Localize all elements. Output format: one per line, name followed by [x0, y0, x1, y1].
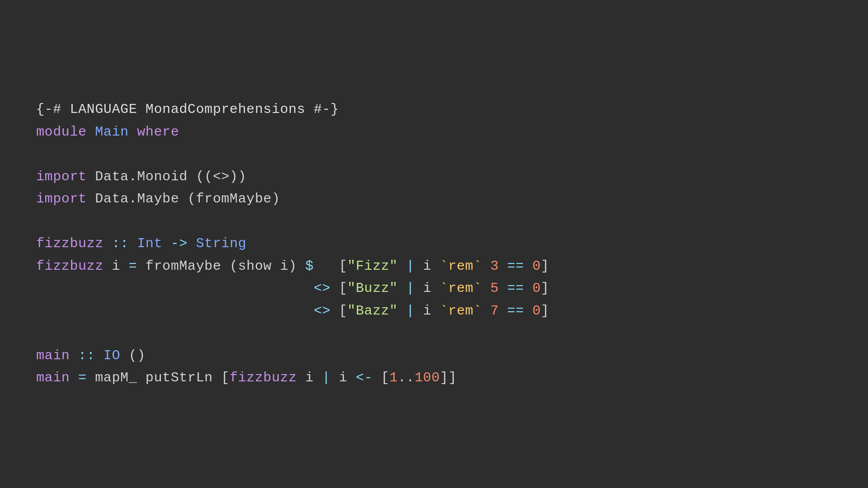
line-sig2: main :: IO () — [36, 345, 549, 367]
line-pragma: {-# LANGUAGE MonadComprehensions #-} — [36, 99, 549, 121]
blank-2 — [36, 211, 549, 233]
line-module: module Main where — [36, 121, 549, 144]
line-def1: fizzbuzz i = fromMaybe (show i) $ ["Fizz… — [36, 255, 549, 278]
code-block: {-# LANGUAGE MonadComprehensions #-} mod… — [36, 99, 549, 389]
code-editor: {-# LANGUAGE MonadComprehensions #-} mod… — [0, 0, 868, 488]
blank-1 — [36, 143, 549, 166]
line-cont1: <> ["Buzz" | i `rem` 5 == 0] — [36, 277, 549, 300]
line-import2: import Data.Maybe (fromMaybe) — [36, 188, 549, 211]
line-cont2: <> ["Bazz" | i `rem` 7 == 0] — [36, 300, 549, 323]
line-def2: main = mapM_ putStrLn [fizzbuzz i | i <-… — [36, 367, 549, 389]
line-import1: import Data.Monoid ((<>)) — [36, 166, 549, 188]
line-sig1: fizzbuzz :: Int -> String — [36, 233, 549, 255]
blank-3 — [36, 322, 549, 345]
